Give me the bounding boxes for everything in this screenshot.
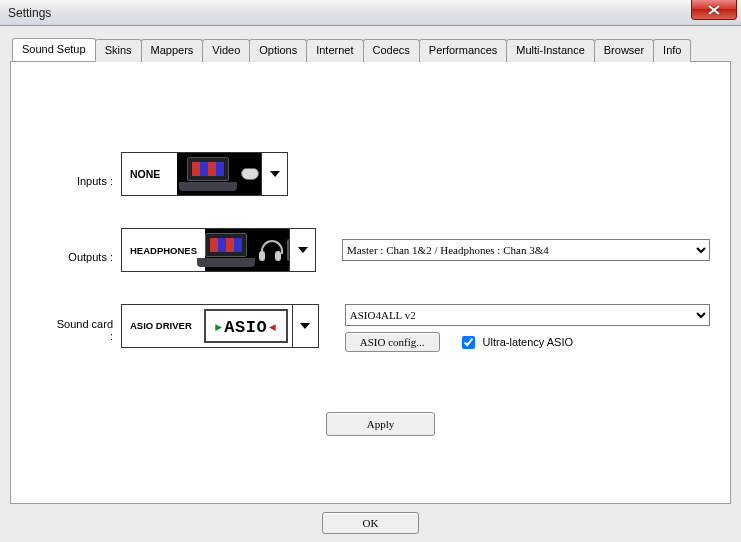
ultra-latency-label: Ultra-latency ASIO — [483, 336, 573, 348]
inputs-picker-graphic — [177, 153, 261, 195]
inputs-row: Inputs : NONE — [51, 152, 710, 196]
tab-codecs[interactable]: Codecs — [363, 39, 420, 62]
asio-config-button[interactable]: ASIO config... — [345, 332, 440, 352]
tab-browser[interactable]: Browser — [594, 39, 654, 62]
inputs-label: Inputs : — [51, 161, 121, 187]
close-icon — [708, 5, 720, 15]
soundcard-row: Sound card : ASIO DRIVER ▸ASIO◂ ASIO4ALL… — [51, 304, 710, 352]
tab-options[interactable]: Options — [249, 39, 307, 62]
inputs-dropdown-button[interactable] — [261, 153, 287, 195]
outputs-picker-graphic — [205, 229, 289, 271]
tab-internet[interactable]: Internet — [306, 39, 363, 62]
footer: OK — [10, 504, 731, 534]
tab-mappers[interactable]: Mappers — [141, 39, 204, 62]
window-title: Settings — [8, 6, 51, 20]
outputs-dropdown-button[interactable] — [289, 229, 315, 271]
sound-setup-panel: Inputs : NONE Outputs : HEADPHONES — [10, 61, 731, 504]
laptop-icon — [179, 157, 237, 191]
apply-row: Apply — [51, 412, 710, 436]
mouse-icon — [241, 168, 259, 180]
tabstrip: Sound Setup Skins Mappers Video Options … — [12, 38, 731, 61]
soundcard-dropdown-button[interactable] — [292, 305, 318, 347]
soundcard-label: Sound card : — [51, 304, 121, 342]
tab-skins[interactable]: Skins — [95, 39, 142, 62]
inputs-picker[interactable]: NONE — [121, 152, 288, 196]
outputs-picker-text: HEADPHONES — [122, 229, 205, 271]
outputs-row: Outputs : HEADPHONES Master : Chan 1&2 /… — [51, 228, 710, 272]
outputs-picker[interactable]: HEADPHONES — [121, 228, 316, 272]
tab-performances[interactable]: Performances — [419, 39, 507, 62]
close-button[interactable] — [691, 0, 737, 20]
soundcard-picker-text: ASIO DRIVER — [122, 305, 200, 347]
outputs-channel-select[interactable]: Master : Chan 1&2 / Headphones : Chan 3&… — [342, 239, 710, 261]
soundcard-picker[interactable]: ASIO DRIVER ▸ASIO◂ — [121, 304, 319, 348]
titlebar: Settings — [0, 0, 741, 26]
tab-video[interactable]: Video — [202, 39, 250, 62]
apply-button[interactable]: Apply — [326, 412, 436, 436]
tab-multi-instance[interactable]: Multi-Instance — [506, 39, 594, 62]
headphones-icon — [259, 239, 281, 261]
laptop-icon — [197, 233, 255, 267]
outputs-label: Outputs : — [51, 237, 121, 263]
tab-sound-setup[interactable]: Sound Setup — [12, 38, 96, 61]
soundcard-device-select[interactable]: ASIO4ALL v2 — [345, 304, 710, 326]
tab-info[interactable]: Info — [653, 39, 691, 62]
inputs-picker-text: NONE — [122, 153, 177, 195]
asio-logo: ▸ASIO◂ — [204, 309, 288, 343]
ok-button[interactable]: OK — [322, 512, 420, 534]
ultra-latency-row[interactable]: Ultra-latency ASIO — [458, 333, 573, 352]
ultra-latency-checkbox[interactable] — [462, 336, 475, 349]
